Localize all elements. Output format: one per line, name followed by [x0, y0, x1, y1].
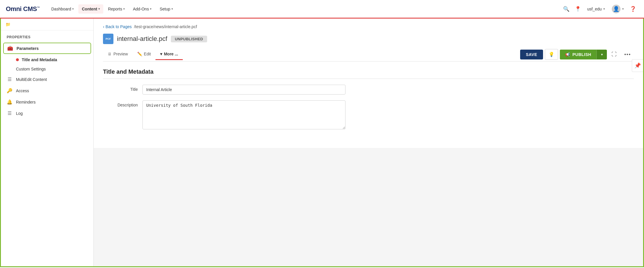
sidebar-folder[interactable]: 📁: [1, 19, 93, 30]
publish-button-group: 📢 PUBLISH ▾: [560, 50, 607, 59]
location-icon: 📍: [575, 6, 581, 12]
save-button[interactable]: SAVE: [520, 50, 543, 59]
sidebar-subitem-custom-settings[interactable]: Custom Settings: [1, 64, 93, 74]
site-selector[interactable]: usf_edu ▾: [584, 5, 608, 13]
logo-text: Omni CMS™: [6, 5, 40, 13]
active-dot: [16, 58, 19, 61]
search-icon: 🔍: [563, 6, 569, 12]
access-icon: 🔑: [7, 88, 12, 93]
expand-button[interactable]: ⛶: [609, 49, 620, 60]
chevron-down-icon: ▾: [603, 7, 605, 10]
back-to-pages-link[interactable]: ‹ Back to Pages: [103, 24, 132, 29]
help-button[interactable]: ❓: [628, 4, 638, 14]
sidebar-item-log[interactable]: ☰ Log: [1, 108, 93, 119]
status-badge: UNPUBLISHED: [171, 36, 207, 42]
form-row-description: Description University of South Florida: [103, 100, 634, 129]
chevron-down-icon: ▾: [601, 52, 603, 57]
tab-preview[interactable]: 🖥 Preview: [103, 49, 133, 60]
expand-icon: ⛶: [612, 51, 617, 57]
publish-button[interactable]: 📢 PUBLISH: [560, 50, 596, 59]
nav-content[interactable]: Content ▾: [78, 4, 103, 14]
nav-dashboard[interactable]: Dashboard ▾: [48, 4, 77, 14]
options-button[interactable]: •••: [621, 50, 634, 59]
tab-edit[interactable]: ✏️ Edit: [133, 49, 155, 60]
chevron-down-icon: ▾: [622, 7, 624, 10]
nav-setup[interactable]: Setup ▾: [156, 4, 176, 14]
user-icon: 👤: [613, 6, 619, 12]
sidebar-item-label: Parameters: [17, 46, 39, 51]
form-row-title: Title: [103, 85, 634, 95]
file-icon: PCF: [103, 34, 113, 44]
publish-dropdown-button[interactable]: ▾: [596, 50, 607, 59]
file-header: PCF internal-article.pcf UNPUBLISHED: [103, 34, 634, 44]
form-section: Title and Metadata Title Description Uni…: [103, 61, 634, 142]
pin-icon: 📌: [634, 63, 641, 68]
publish-icon: 📢: [565, 52, 570, 57]
chevron-down-icon: ▾: [171, 7, 173, 10]
sidebar-item-multiedit[interactable]: ☰ MultiEdit Content: [1, 74, 93, 85]
edit-icon: ✏️: [137, 52, 142, 56]
title-label: Title: [103, 85, 138, 92]
preview-icon: 🖥: [108, 52, 112, 56]
reminders-icon: 🔔: [7, 99, 12, 105]
top-navigation: Omni CMS™ Dashboard ▾ Content ▾ Reports …: [0, 0, 644, 19]
sidebar-item-reminders[interactable]: 🔔 Reminders: [1, 96, 93, 108]
title-input[interactable]: [142, 85, 345, 95]
chevron-down-icon: ▾: [160, 52, 162, 56]
tab-more[interactable]: ▾ More ...: [155, 49, 183, 60]
log-icon: ☰: [7, 111, 12, 116]
search-button[interactable]: 🔍: [561, 4, 571, 14]
toolbar-actions: SAVE 💡 📢 PUBLISH ▾ ⛶: [520, 49, 634, 60]
sidebar-subitem-title-metadata[interactable]: Title and Metadata: [1, 55, 93, 64]
user-menu[interactable]: 👤 ▾: [609, 3, 627, 15]
breadcrumb: ‹ Back to Pages /test-grace/news/interna…: [103, 24, 634, 29]
file-name: internal-article.pcf: [117, 35, 167, 43]
content-wrapper: ‹ Back to Pages /test-grace/news/interna…: [94, 19, 643, 266]
description-input[interactable]: University of South Florida: [142, 100, 345, 129]
sidebar: 📁 PROPERTIES 🧰 Parameters Title and Meta…: [1, 19, 94, 266]
toolbar: 🖥 Preview ✏️ Edit ▾ More ... SAVE: [103, 49, 634, 61]
sidebar-item-parameters[interactable]: 🧰 Parameters: [3, 43, 91, 54]
sidebar-item-access[interactable]: 🔑 Access: [1, 85, 93, 96]
chevron-down-icon: ▾: [123, 7, 125, 10]
multiedit-icon: ☰: [7, 77, 12, 82]
parameters-icon: 🧰: [7, 46, 13, 51]
location-button[interactable]: 📍: [573, 4, 583, 14]
chevron-down-icon: ▾: [150, 7, 151, 10]
nav-addons[interactable]: Add-Ons ▾: [129, 4, 155, 14]
breadcrumb-path: /test-grace/news/internal-article.pcf: [134, 24, 197, 29]
content-area: ‹ Back to Pages /test-grace/news/interna…: [94, 19, 643, 148]
nav-reports[interactable]: Reports ▾: [104, 4, 128, 14]
chevron-down-icon: ▾: [72, 7, 74, 10]
folder-icon: 📁: [6, 22, 10, 27]
sidebar-section-title: PROPERTIES: [1, 30, 93, 41]
avatar: 👤: [612, 5, 621, 13]
main-layout: 📁 PROPERTIES 🧰 Parameters Title and Meta…: [0, 19, 644, 267]
chevron-down-icon: ▾: [98, 7, 100, 10]
toolbar-tabs: 🖥 Preview ✏️ Edit ▾ More ...: [103, 49, 518, 60]
form-section-title: Title and Metadata: [103, 68, 634, 79]
lightbulb-button[interactable]: 💡: [545, 49, 558, 60]
panel-pin-button[interactable]: 📌: [632, 59, 643, 72]
ellipsis-icon: •••: [624, 52, 631, 57]
chevron-left-icon: ‹: [103, 24, 104, 29]
lightbulb-icon: 💡: [549, 52, 554, 57]
description-label: Description: [103, 100, 138, 107]
logo[interactable]: Omni CMS™: [6, 5, 40, 13]
help-icon: ❓: [630, 6, 636, 12]
